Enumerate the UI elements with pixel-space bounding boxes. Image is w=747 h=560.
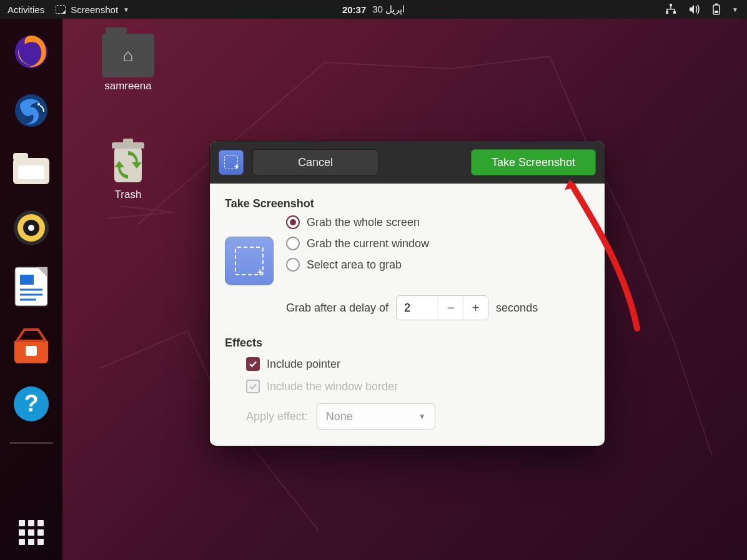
delay-suffix-label: seconds — [496, 302, 538, 315]
cancel-button[interactable]: Cancel — [252, 149, 378, 175]
screenshot-dialog: Cancel Take Screenshot Take Screenshot G… — [210, 141, 605, 446]
radio-whole-screen[interactable]: Grab the whole screen — [286, 215, 590, 229]
volume-icon[interactable] — [688, 4, 701, 15]
screenshot-icon — [56, 5, 66, 14]
clock-time: 20:37 — [342, 4, 366, 15]
trash-label: Trash — [94, 189, 162, 201]
clock-date: اپریل 30 — [372, 4, 405, 15]
svg-point-19 — [28, 225, 34, 231]
dock: ? — [0, 19, 62, 560]
chevron-down-icon: ▼ — [418, 412, 426, 421]
svg-rect-1 — [666, 11, 668, 14]
radio-icon — [286, 237, 300, 250]
svg-rect-14 — [13, 153, 28, 160]
svg-rect-2 — [673, 11, 676, 14]
dock-libreoffice-writer[interactable] — [11, 266, 52, 307]
top-bar: Activities Screenshot ▼ 20:37 اپریل 30 ▼ — [0, 0, 747, 19]
checkbox-icon — [246, 357, 260, 371]
svg-rect-0 — [670, 4, 672, 6]
dock-help[interactable]: ? — [11, 383, 52, 425]
svg-rect-22 — [20, 275, 34, 285]
trash[interactable]: Trash — [94, 139, 162, 201]
delay-increment-button[interactable]: + — [463, 296, 488, 320]
take-screenshot-button[interactable]: Take Screenshot — [471, 149, 596, 175]
svg-point-12 — [37, 103, 40, 106]
svg-rect-32 — [123, 139, 133, 144]
delay-prefix-label: Grab after a delay of — [286, 302, 388, 315]
capture-preview-icon — [225, 237, 274, 285]
section-take-screenshot: Take Screenshot — [225, 197, 590, 210]
radio-icon — [286, 215, 300, 229]
delay-spinbutton[interactable]: − + — [396, 295, 488, 320]
svg-rect-5 — [666, 9, 668, 11]
screenshot-app-icon — [219, 150, 244, 175]
checkbox-icon — [246, 380, 260, 393]
dock-rhythmbox[interactable] — [11, 207, 52, 248]
radio-window-label: Grab the current window — [307, 237, 429, 250]
dock-thunderbird[interactable] — [11, 90, 52, 131]
radio-select-area[interactable]: Select area to grab — [286, 258, 590, 272]
svg-text:?: ? — [24, 390, 38, 416]
app-menu-label: Screenshot — [71, 4, 118, 15]
svg-rect-15 — [18, 165, 44, 179]
show-applications-button[interactable] — [19, 520, 44, 545]
apply-effect-label: Apply effect: — [246, 410, 308, 423]
dock-files[interactable] — [11, 149, 52, 190]
clock[interactable]: 20:37 اپریل 30 — [342, 4, 405, 15]
apply-effect-value: None — [326, 410, 353, 423]
radio-icon — [286, 258, 300, 272]
network-icon[interactable] — [665, 4, 677, 15]
apply-effect-select: None ▼ — [317, 403, 435, 430]
dock-separator — [9, 442, 53, 444]
dock-ubuntu-software[interactable] — [11, 325, 52, 366]
section-effects: Effects — [225, 336, 590, 350]
svg-rect-9 — [715, 11, 718, 13]
dialog-header[interactable]: Cancel Take Screenshot — [210, 141, 605, 184]
check-pointer-label: Include pointer — [267, 358, 340, 371]
home-folder-label: samreena — [94, 80, 162, 92]
app-menu[interactable]: Screenshot ▼ — [56, 4, 129, 15]
chevron-down-icon: ▼ — [123, 6, 129, 13]
radio-current-window[interactable]: Grab the current window — [286, 237, 590, 250]
svg-rect-6 — [674, 9, 675, 11]
delay-decrement-button[interactable]: − — [438, 296, 463, 320]
delay-input[interactable] — [397, 302, 438, 315]
battery-icon[interactable] — [712, 3, 721, 16]
check-include-pointer[interactable]: Include pointer — [246, 357, 590, 371]
svg-rect-4 — [666, 9, 675, 10]
check-border-label: Include the window border — [267, 380, 398, 393]
dock-firefox[interactable] — [11, 31, 52, 72]
check-include-border: Include the window border — [246, 380, 590, 393]
svg-rect-8 — [715, 4, 718, 6]
system-menu-chevron-icon[interactable]: ▼ — [732, 6, 738, 13]
activities-button[interactable]: Activities — [7, 4, 44, 15]
radio-area-label: Select area to grab — [307, 258, 402, 272]
home-folder[interactable]: ⌂ samreena — [94, 34, 162, 92]
radio-whole-label: Grab the whole screen — [307, 216, 420, 229]
